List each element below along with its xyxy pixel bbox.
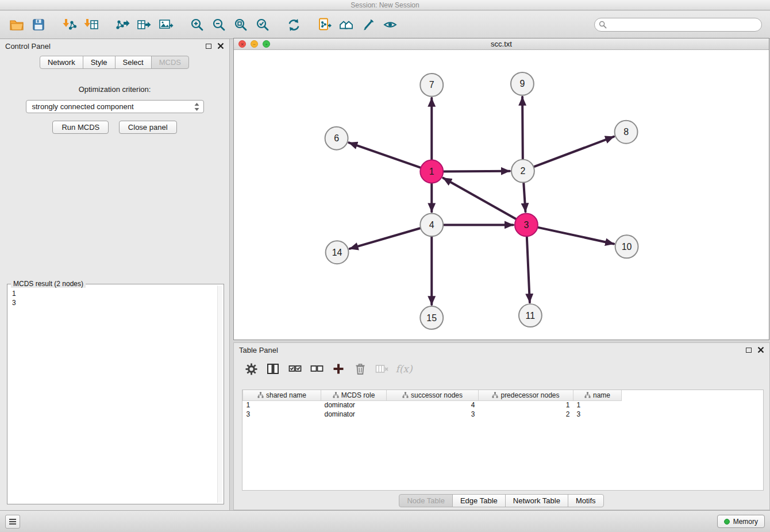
table-cell[interactable]: 2 xyxy=(479,410,573,419)
close-table-panel-icon[interactable] xyxy=(757,346,764,353)
float-panel-icon[interactable] xyxy=(206,44,211,49)
graph-node-2[interactable]: 2 xyxy=(511,160,534,183)
graph-node-label: 9 xyxy=(519,79,525,88)
show-console-button[interactable] xyxy=(5,515,20,529)
graph-node-11[interactable]: 11 xyxy=(519,304,542,327)
table-tab-network-table[interactable]: Network Table xyxy=(505,494,568,507)
column-header-predecessor-nodes[interactable]: predecessor nodes xyxy=(479,390,573,400)
apply-function-button[interactable]: f(x) xyxy=(395,360,413,378)
graph-edge-2-3[interactable] xyxy=(523,183,525,211)
table-tab-edge-table[interactable]: Edge Table xyxy=(452,494,506,507)
result-scrollbar[interactable] xyxy=(217,286,222,503)
column-header-name[interactable]: name xyxy=(573,390,622,400)
table-tab-node-table[interactable]: Node Table xyxy=(399,494,453,507)
gear-icon xyxy=(245,363,257,375)
graph-node-4[interactable]: 4 xyxy=(420,213,443,236)
delete-column-button[interactable] xyxy=(373,360,391,378)
refresh-view-button[interactable] xyxy=(283,14,305,36)
home-views-button[interactable] xyxy=(336,14,357,36)
table-cell[interactable]: 3 xyxy=(243,410,321,419)
control-panel-tab-select[interactable]: Select xyxy=(115,56,152,69)
run-mcds-button[interactable]: Run MCDS xyxy=(52,121,109,134)
column-header-shared-name[interactable]: shared name xyxy=(243,390,321,400)
export-image-icon xyxy=(159,17,174,32)
open-session-button[interactable] xyxy=(6,14,28,36)
control-panel-tab-style[interactable]: Style xyxy=(83,56,116,69)
window-title: Session: New Session xyxy=(351,1,419,9)
zoom-fit-button[interactable] xyxy=(230,14,252,36)
table-row[interactable]: 3dominator323 xyxy=(243,410,622,419)
column-header-label: predecessor nodes xyxy=(500,391,559,399)
trash-icon xyxy=(355,363,366,375)
graph-edge-3-1[interactable] xyxy=(443,178,515,219)
zoom-in-button[interactable] xyxy=(186,14,208,36)
save-session-button[interactable] xyxy=(28,14,49,36)
zoom-out-button[interactable] xyxy=(208,14,230,36)
graph-node-3[interactable]: 3 xyxy=(515,213,538,236)
table-cell[interactable]: 3 xyxy=(573,410,622,419)
graph-edge-3-11[interactable] xyxy=(527,237,530,302)
graph-edge-3-10[interactable] xyxy=(538,228,614,244)
graph-edge-2-8[interactable] xyxy=(534,137,614,167)
memory-button[interactable]: Memory xyxy=(717,515,765,528)
graph-node-8[interactable]: 8 xyxy=(615,121,638,144)
network-view-title: scc.txt xyxy=(491,40,512,48)
table-cell[interactable]: dominator xyxy=(321,410,387,419)
minimize-window-icon[interactable]: − xyxy=(251,40,258,48)
search-input[interactable] xyxy=(594,18,762,32)
table-panel-header: Table Panel xyxy=(234,343,769,357)
table-toolbar: f(x) xyxy=(234,357,769,381)
annotation-pen-button[interactable] xyxy=(357,14,379,36)
float-table-panel-icon[interactable] xyxy=(746,348,752,353)
column-header-label: name xyxy=(593,391,610,399)
graph-edge-1-2[interactable] xyxy=(444,171,510,172)
export-image-button[interactable] xyxy=(155,14,177,36)
optimization-criterion-dropdown[interactable]: strongly connected component xyxy=(26,100,204,113)
mcds-result-title: MCDS result (2 nodes) xyxy=(11,280,86,288)
show-hide-button[interactable] xyxy=(379,14,401,36)
graph-edge-1-6[interactable] xyxy=(349,142,420,167)
graph-node-9[interactable]: 9 xyxy=(511,72,534,95)
table-row[interactable]: 1dominator411 xyxy=(243,400,622,410)
table-cell[interactable]: 4 xyxy=(387,400,479,410)
graph-node-1[interactable]: 1 xyxy=(420,160,443,183)
network-canvas[interactable]: 7968124314101511 xyxy=(234,51,769,340)
deselect-all-button[interactable] xyxy=(307,360,326,378)
graph-edge-2-9[interactable] xyxy=(522,97,523,159)
table-cell[interactable]: 1 xyxy=(243,400,321,410)
table-cell[interactable]: 1 xyxy=(573,400,622,410)
export-network-button[interactable] xyxy=(111,14,133,36)
table-cell[interactable]: 1 xyxy=(479,400,573,410)
graph-node-10[interactable]: 10 xyxy=(615,235,638,258)
save-floppy-icon xyxy=(32,18,45,32)
refresh-icon xyxy=(286,17,302,33)
delete-row-button[interactable] xyxy=(351,360,369,378)
table-tab-motifs[interactable]: Motifs xyxy=(568,494,604,507)
select-all-button[interactable] xyxy=(286,360,304,378)
add-row-button[interactable] xyxy=(329,360,348,378)
graph-edge-4-14[interactable] xyxy=(350,228,421,249)
import-network-button[interactable] xyxy=(59,14,80,36)
graph-node-7[interactable]: 7 xyxy=(420,74,443,97)
close-panel-button[interactable]: Close panel xyxy=(119,121,177,134)
control-panel-tab-network[interactable]: Network xyxy=(40,56,83,69)
graph-node-6[interactable]: 6 xyxy=(325,127,348,150)
graph-node-14[interactable]: 14 xyxy=(326,241,349,264)
column-header-successor-nodes[interactable]: successor nodes xyxy=(387,390,479,400)
insert-column-button[interactable] xyxy=(264,360,282,378)
column-header-mcds-role[interactable]: MCDS role xyxy=(321,390,387,400)
table-settings-button[interactable] xyxy=(242,360,260,378)
home-views-icon xyxy=(338,17,355,32)
maximize-window-icon[interactable]: + xyxy=(263,40,270,48)
zoom-in-icon xyxy=(190,17,205,32)
export-table-button[interactable] xyxy=(133,14,155,36)
close-window-icon[interactable]: ✕ xyxy=(238,40,246,48)
zoom-selected-button[interactable] xyxy=(252,14,274,36)
table-cell[interactable]: dominator xyxy=(321,400,387,410)
close-panel-icon[interactable] xyxy=(217,43,224,49)
graph-node-15[interactable]: 15 xyxy=(420,306,443,329)
clone-network-button[interactable] xyxy=(314,14,336,36)
control-panel-tab-mcds[interactable]: MCDS xyxy=(151,56,189,69)
import-table-button[interactable] xyxy=(80,14,102,36)
table-cell[interactable]: 3 xyxy=(387,410,479,419)
